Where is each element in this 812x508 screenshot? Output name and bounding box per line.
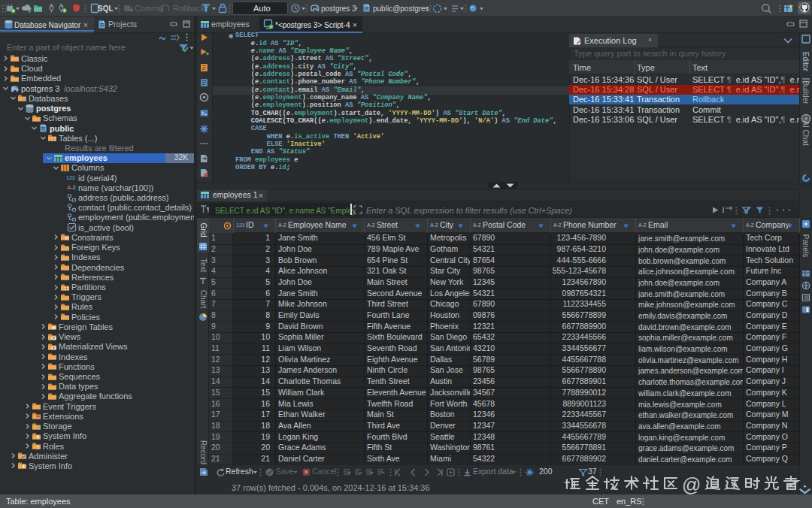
svg-text:@: @: [682, 474, 701, 495]
